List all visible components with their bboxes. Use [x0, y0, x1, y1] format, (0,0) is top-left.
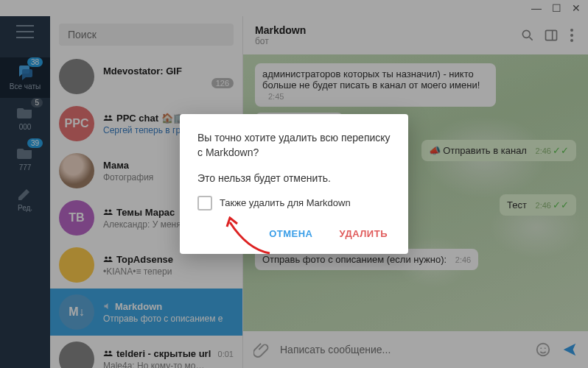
- delete-confirmation-dialog: Вы точно хотите удалить всю переписку с …: [180, 114, 408, 254]
- also-delete-checkbox-row[interactable]: Также удалить для Markdown: [197, 196, 391, 210]
- delete-button[interactable]: УДАЛИТЬ: [337, 224, 391, 244]
- checkbox-icon[interactable]: [197, 196, 212, 210]
- dialog-message-2: Это нельзя будет отменить.: [197, 171, 391, 185]
- checkbox-label: Также удалить для Markdown: [220, 197, 351, 208]
- dialog-message-1: Вы точно хотите удалить всю переписку с …: [197, 130, 391, 160]
- modal-overlay[interactable]: Вы точно хотите удалить всю переписку с …: [0, 0, 588, 368]
- dialog-actions: ОТМЕНА УДАЛИТЬ: [197, 224, 391, 244]
- cancel-button[interactable]: ОТМЕНА: [266, 224, 315, 244]
